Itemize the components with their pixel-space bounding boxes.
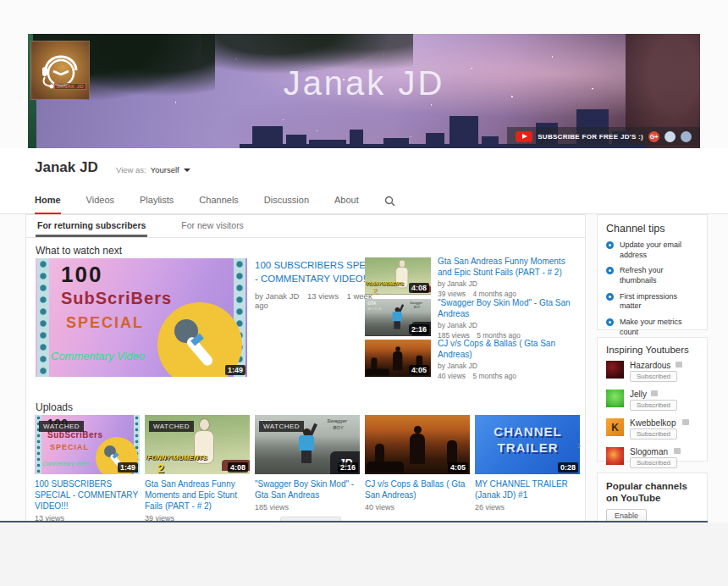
thumb-text-100: 100 xyxy=(61,262,102,287)
duration-badge: 1:49 xyxy=(225,365,245,375)
channel-badge-icon xyxy=(674,448,681,454)
inspiring-youtubers-title: Inspiring Youtubers xyxy=(606,345,698,355)
channel-banner: Janak JD JANAK JD SUBSCRIBE FOR FREE JD'… xyxy=(28,34,700,148)
subscribers-special-art: 100 SubScriBers SPECIAL Commentary Video xyxy=(36,258,247,377)
youtuber-name[interactable]: Jelly xyxy=(630,390,647,399)
watched-badge: WATCHED xyxy=(39,421,84,432)
featured-byline[interactable]: by Janak JD xyxy=(255,291,299,301)
thumb-text-subscribers: SubScriBers xyxy=(61,289,172,307)
video-byline[interactable]: by Janak JD xyxy=(438,279,578,288)
channel-badge-icon xyxy=(682,419,689,425)
youtuber-row: K Kwebbelkop Subscribed xyxy=(606,418,698,441)
video-thumbnail[interactable]: CHANNEL TRAILER 0:28 xyxy=(475,415,580,474)
video-views: 26 views xyxy=(475,503,580,511)
channel-search-button[interactable] xyxy=(384,196,395,214)
tip-metrics-count[interactable]: Make your metrics count xyxy=(606,318,698,337)
tip-refresh-thumbnails[interactable]: Refresh your thumbnails xyxy=(606,266,698,285)
channel-avatar[interactable]: JANAK JD xyxy=(30,41,90,100)
below-page-background xyxy=(0,522,728,586)
banner-channel-title: Janak JD xyxy=(28,64,700,102)
video-views: 185 views xyxy=(255,503,360,511)
social-link-icon-1[interactable] xyxy=(665,131,676,142)
audience-subtabs: For returning subscribers For new visito… xyxy=(26,215,585,238)
youtuber-name[interactable]: Slogoman xyxy=(630,447,668,456)
tab-about[interactable]: About xyxy=(334,195,359,214)
watched-badge: WATCHED xyxy=(259,421,304,432)
video-title[interactable]: 100 SUBSCRIBERS SPECIAL - COMMENTARY VID… xyxy=(35,478,140,511)
subscribed-button[interactable]: Subscribed xyxy=(630,371,677,382)
subscribed-button[interactable]: Subscribed xyxy=(630,428,677,440)
duration-badge: 0:28 xyxy=(558,462,578,473)
video-title[interactable]: "Swagger Boy Skin Mod" - Gta San Andreas xyxy=(255,478,360,500)
channel-name: Janak JD xyxy=(35,159,98,176)
upload-card: 100 SubScriBers SPECIAL Commentary Video… xyxy=(35,415,140,522)
video-thumbnail[interactable]: 100 SubScriBers SPECIAL Commentary Video… xyxy=(35,415,140,474)
video-title[interactable]: CJ v/s Cops & Ballas ( Gta San Andreas) xyxy=(438,338,578,360)
subscribe-link[interactable]: SUBSCRIBE FOR FREE JD'S :) xyxy=(538,133,643,141)
headset-face-logo-icon xyxy=(31,41,91,101)
video-title[interactable]: Gta San Andreas Funny Moments and Epic S… xyxy=(145,478,250,511)
video-thumbnail[interactable]: GTA MODS Swagger BOY JD 2:16 xyxy=(365,299,431,336)
video-title[interactable]: MY CHANNEL TRAILER (Janak JD) #1 xyxy=(475,478,580,500)
upload-card: GTA MODS Swagger BOY JD WATCHED 2:16 "Sw… xyxy=(255,415,360,511)
watched-badge: WATCHED xyxy=(149,421,194,432)
duration-badge: 1:49 xyxy=(118,462,138,473)
featured-video-thumbnail[interactable]: 100 SubScriBers SPECIAL Commentary Video… xyxy=(36,258,247,377)
youtube-play-icon[interactable] xyxy=(516,131,532,142)
inspiring-youtubers-card: Inspiring Youtubers Hazardous Subscribed… xyxy=(597,337,708,462)
youtuber-row: Jelly Subscribed xyxy=(606,390,698,412)
watch-next-item: GTA MODS Swagger BOY JD 2:16 "Swagger Bo… xyxy=(365,299,578,338)
tip-update-email[interactable]: Update your email address xyxy=(606,240,698,260)
tab-playlists[interactable]: Playlists xyxy=(140,195,174,214)
featured-views: 13 views xyxy=(307,291,339,301)
tab-channels[interactable]: Channels xyxy=(199,195,238,214)
youtuber-name[interactable]: Kwebbelkop xyxy=(630,418,676,428)
duration-badge: 4:05 xyxy=(409,365,429,375)
channel-tips-title: Channel tips xyxy=(606,223,698,235)
video-title[interactable]: CJ v/s Cops & Ballas ( Gta San Andreas) xyxy=(365,478,470,500)
avatar[interactable] xyxy=(606,447,624,465)
search-icon xyxy=(384,196,395,207)
avatar-name-tag: JANAK JD xyxy=(54,83,86,90)
video-thumbnail[interactable]: FUNNY MOMENTS 2 WATCHED 4:08 xyxy=(145,415,250,474)
subscribed-button[interactable]: Subscribed xyxy=(630,457,677,468)
video-byline[interactable]: by Janak JD xyxy=(438,321,578,329)
video-title[interactable]: Gta San Andreas Funny Moments and Epic S… xyxy=(438,256,578,278)
upload-card: 4:05 CJ v/s Cops & Ballas ( Gta San Andr… xyxy=(365,415,470,511)
tip-ring-icon xyxy=(606,241,614,249)
popular-channels-card: Popular channels on YouTube Enable xyxy=(597,473,708,522)
avatar[interactable] xyxy=(606,361,624,379)
video-thumbnail[interactable]: GTA MODS Swagger BOY JD WATCHED 2:16 xyxy=(255,415,360,474)
channel-header: Janak JD View as: Yourself Home Videos P… xyxy=(0,148,728,214)
video-thumbnail[interactable]: 4:05 xyxy=(365,340,431,377)
video-meta: 40 views 5 months ago xyxy=(438,372,578,380)
thumb-text-commentary: Commentary Video xyxy=(51,350,145,362)
tip-first-impressions[interactable]: First impressions matter xyxy=(606,292,698,312)
video-byline[interactable]: by Janak JD xyxy=(438,362,578,370)
popular-channels-title: Popular channels on YouTube xyxy=(606,480,698,505)
subtab-new-visitors[interactable]: For new visitors xyxy=(179,215,245,237)
youtuber-name[interactable]: Hazardous xyxy=(630,361,670,370)
video-thumbnail[interactable]: 4:05 xyxy=(365,415,470,474)
view-as-value[interactable]: Yourself xyxy=(151,165,179,174)
video-thumbnail[interactable]: FUNNY MOMENTS 2 4:08 xyxy=(365,257,431,295)
subscribed-button[interactable]: Subscribed xyxy=(630,400,677,411)
uploads-next-arrow[interactable]: › xyxy=(577,439,581,451)
tab-discussion[interactable]: Discussion xyxy=(264,195,309,214)
banner-links-bar: SUBSCRIBE FOR FREE JD'S :) G+ xyxy=(507,127,700,146)
channel-tips-card: Channel tips Update your email address R… xyxy=(597,214,708,330)
avatar[interactable]: K xyxy=(606,418,624,436)
social-link-icon-2[interactable] xyxy=(681,131,692,142)
youtuber-row: Hazardous Subscribed xyxy=(606,361,698,384)
subtab-returning-subscribers[interactable]: For returning subscribers xyxy=(36,215,147,237)
tab-videos[interactable]: Videos xyxy=(86,195,114,214)
view-as-label: View as: xyxy=(116,165,146,174)
thumb-text-special: SPECIAL xyxy=(66,314,144,331)
video-title[interactable]: "Swagger Boy Skin Mod" - Gta San Andreas xyxy=(438,297,578,319)
google-plus-icon[interactable]: G+ xyxy=(648,131,659,142)
avatar[interactable] xyxy=(606,390,624,407)
video-views: 40 views xyxy=(365,503,470,511)
duration-badge: 2:16 xyxy=(338,462,358,473)
tab-home[interactable]: Home xyxy=(35,195,61,214)
view-as-control[interactable]: View as: Yourself xyxy=(116,165,190,174)
